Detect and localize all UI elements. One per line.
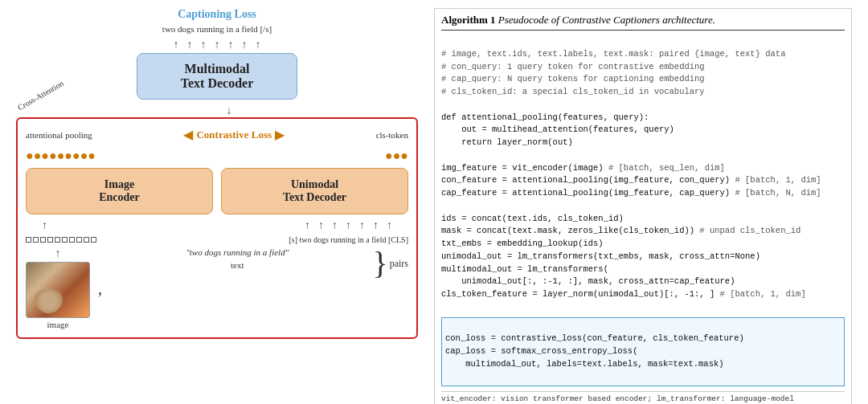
main-container: Captioning Loss two dogs running in a fi… [8,8,860,404]
img-up-arr1: ↑ [42,219,47,232]
right-arrow: ▶ [275,127,285,142]
arr7: ↑ [256,39,261,51]
contrastive-loss-row: attentional pooling ◀ Contrastive Loss ▶… [26,127,408,142]
comment2: # con_query: 1 query token for contrasti… [441,62,705,71]
img-feature-line: img_feature = vit_encoder(image) # [batc… [441,163,725,173]
arr5: ↑ [228,39,234,51]
orange-dots-right: ●●● [385,149,408,163]
image-encoder-box: ImageEncoder [26,168,213,214]
text-quote: "two dogs running in a field" [186,247,289,257]
comma: , [98,280,102,298]
image-label: image [47,320,69,329]
algo-title-strong: Algorithm 1 [441,14,496,26]
func-body2: return layer_norm(out) [441,137,573,147]
arr4: ↑ [215,39,220,51]
algo-footer: vit_encoder: vision transformer based en… [441,391,845,404]
cls-token-label: cls-token [376,130,408,140]
arr2: ↑ [187,39,193,51]
comment3: # cap_query: N query tokens for captioni… [441,74,705,84]
unimodal-decoder-box: UnimodalText Decoder [221,168,408,214]
multimodal-decoder-box: MultimodalText Decoder [137,53,297,100]
red-box: attentional pooling ◀ Contrastive Loss ▶… [16,117,418,339]
ids-line: ids = concat(text.ids, cls_token_id) [441,214,624,223]
bottom-content: ↑ image , "two dogs running in a field" … [26,247,408,329]
cross-attn-down-arrow: ↓ [227,104,232,117]
img-input-arrow: ↑ [55,247,61,260]
func-body1: out = multihead_attention(features, quer… [441,124,674,134]
con-feature-line: con_feature = attentional_pooling(img_fe… [441,175,821,185]
image-token-squares [26,237,96,243]
brace-symbol: } [372,247,387,280]
top-tokens-row: two dogs running in a field [/s] [162,24,272,34]
algo-title-desc: Pseudocode of Contrastive Captioners arc… [498,14,715,26]
unimodal-out-line: unimodal_out = lm_transformers(txt_embs,… [441,251,760,261]
contrastive-loss-label: Contrastive Loss [196,129,272,141]
cap-loss-line2: multimodal_out, labels=text.labels, mask… [445,359,724,369]
txt-up-arr4: ↑ [346,219,351,232]
txt-up-arr5: ↑ [359,219,365,232]
arr3: ↑ [201,39,207,51]
pairs-label: pairs [390,258,408,270]
comment4: # cls_token_id: a special cls_token_id i… [441,87,705,96]
cls-token-feature-line: cls_token_feature = layer_norm(unimodal_… [441,289,806,299]
txt-up-arr7: ↑ [387,219,392,232]
pairs-container: } pairs [372,247,408,280]
algorithm-section: Algorithm 1 Pseudocode of Contrastive Ca… [434,8,852,404]
def-func: def attentional_pooling(features, query)… [441,112,649,122]
txt-up-arr3: ↑ [332,219,338,232]
orange-dots-left: ●●●●●●●●● [26,149,96,163]
con-loss-line: con_loss = contrastive_loss(con_feature,… [445,333,744,343]
top-tokens-text: two dogs running in a field [/s] [162,24,272,34]
attn-pooling-label: attentional pooling [26,130,92,140]
algo-code-block: # image, text.ids, text.labels, text.mas… [441,35,845,314]
text-token-labels: [s] two dogs running in a field [CLS] [289,235,408,244]
txt-up-arr6: ↑ [373,219,379,232]
multimodal-out-line: multimodal_out = lm_transformers( [441,264,608,274]
algo-title: Algorithm 1 Pseudocode of Contrastive Ca… [441,14,845,31]
cap-feature-line: cap_feature = attentional_pooling(img_fe… [441,188,821,198]
cap-loss-line1: cap_loss = softmax_cross_entropy_loss( [445,346,637,356]
highlight-block: con_loss = contrastive_loss(con_feature,… [441,317,845,387]
arr6: ↑ [242,39,248,51]
mask-line: mask = concat(text.mask, zeros_like(cls_… [441,226,800,235]
dog-image [26,262,90,318]
captioning-loss-label: Captioning Loss [178,8,256,21]
left-arrow: ◀ [183,127,193,142]
txt-embs-line: txt_embs = embedding_lookup(ids) [441,239,604,248]
diagram-section: Captioning Loss two dogs running in a fi… [16,8,418,404]
text-label: text [231,260,244,270]
contrastive-arrows: ◀ Contrastive Loss ▶ [183,127,285,142]
comment1: # image, text.ids, text.labels, text.mas… [441,49,785,59]
arr1: ↑ [174,39,179,51]
txt-up-arr1: ↑ [305,219,310,232]
multimodal-out-cont: unimodal_out[:, :-1, :], mask, cross_att… [441,276,735,286]
top-up-arrows: ↑ ↑ ↑ ↑ ↑ ↑ ↑ [174,39,261,51]
encoders-row: ImageEncoder UnimodalText Decoder [26,168,408,214]
txt-up-arr2: ↑ [318,219,324,232]
